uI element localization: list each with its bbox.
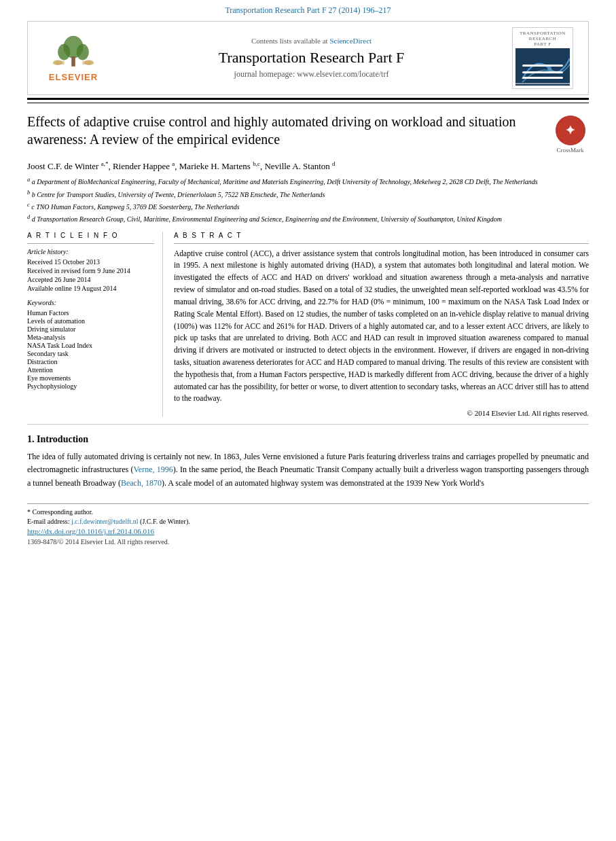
keywords-label: Keywords: [27,299,154,306]
elsevier-tree-svg [46,35,101,72]
elsevier-wordmark: ELSEVIER [49,72,98,82]
affil-d: d d Transportation Research Group, Civil… [27,213,589,224]
crossmark-container: ✦ CrossMark [551,115,589,154]
journal-homepage: journal homepage: www.elsevier.com/locat… [111,69,512,79]
svg-rect-6 [55,60,65,65]
journal-title: Transportation Research Part F [111,49,512,67]
svg-point-1 [58,43,70,60]
keyword-2: Levels of automation [27,317,154,325]
corresponding-note: * Corresponding author. [27,508,589,516]
abstract-divider [174,243,589,244]
article-info-label: A R T I C L E I N F O [27,232,154,239]
beach-link[interactable]: Beach, 1870 [121,478,162,488]
journal-ref[interactable]: Transportation Research Part F 27 (2014)… [225,5,391,15]
trf-logo-image [515,48,570,86]
keyword-9: Eye movements [27,374,154,382]
trf-logo-title: TRANSPORTATIONRESEARCHPART F [515,31,570,47]
elsevier-logo: ELSEVIER [36,35,111,82]
trf-logo-container: TRANSPORTATIONRESEARCHPART F [512,27,580,89]
received-date: Received 15 October 2013 [27,258,154,266]
svg-rect-7 [82,60,92,65]
issn: 1369-8478/© 2014 Elsevier Ltd. All right… [27,538,589,545]
keyword-10: Psychophysiology [27,382,154,390]
svg-rect-3 [71,56,75,67]
keyword-5: NASA Task Load Index [27,342,154,349]
affiliations: a a Department of BioMechanical Engineer… [27,176,589,224]
keyword-1: Human Factors [27,309,154,317]
abstract-text: Adaptive cruise control (ACC), a driver … [174,248,589,406]
keyword-4: Meta-analysis [27,334,154,341]
keyword-6: Secondary task [27,350,154,357]
introduction-section: 1. Introduction The idea of fully automa… [27,434,589,490]
crossmark-label: CrossMark [551,147,589,154]
keyword-7: Distraction [27,358,154,365]
available-date: Available online 19 August 2014 [27,285,154,292]
authors-line: Joost C.F. de Winter a,*, Riender Happee… [27,160,589,172]
affil-c: c c TNO Human Factors, Kampweg 5, 3769 D… [27,201,589,212]
section-divider [27,424,589,425]
accepted-date: Accepted 26 June 2014 [27,276,154,283]
affil-b: b b Centre for Transport Studies, Univer… [27,189,589,200]
crossmark-icon: ✦ [556,115,585,145]
copyright: © 2014 Elsevier Ltd. All rights reserved… [174,409,589,417]
intro-title: 1. Introduction [27,434,589,445]
abstract-label: A B S T R A C T [174,232,589,239]
journal-center-info: Contents lists available at ScienceDirec… [111,37,512,79]
svg-point-9 [547,67,551,71]
article-title-section: Effects of adaptive cruise control and h… [27,113,589,154]
thick-border [27,98,589,103]
article-body: Effects of adaptive cruise control and h… [27,103,589,545]
doi-link[interactable]: http://dx.doi.org/10.1016/j.trf.2014.06.… [27,527,589,535]
article-title: Effects of adaptive cruise control and h… [27,113,551,148]
sciencedirect-link[interactable]: ScienceDirect [329,37,372,45]
intro-paragraph: The idea of fully automated driving is c… [27,450,589,490]
keyword-3: Driving simulator [27,325,154,333]
history-label: Article history: [27,248,154,255]
journal-header: ELSEVIER Contents lists available at Sci… [27,21,589,95]
two-column-section: A R T I C L E I N F O Article history: R… [27,232,589,418]
article-info-column: A R T I C L E I N F O Article history: R… [27,232,163,418]
svg-rect-8 [515,48,570,86]
left-divider [27,243,154,244]
affil-a: a a Department of BioMechanical Engineer… [27,176,589,187]
email-link[interactable]: j.c.f.dewinter@tudelft.nl [71,518,139,525]
contents-available: Contents lists available at ScienceDirec… [111,37,512,45]
email-note: E-mail address: j.c.f.dewinter@tudelft.n… [27,518,589,525]
svg-point-2 [77,43,89,60]
verne-link[interactable]: Verne, 1996 [133,465,173,474]
authors-text: Joost C.F. de Winter a,*, Riender Happee… [27,161,336,171]
abstract-column: A B S T R A C T Adaptive cruise control … [174,232,589,418]
footer-section: * Corresponding author. E-mail address: … [27,503,589,545]
keyword-8: Attention [27,366,154,374]
top-bar: Transportation Research Part F 27 (2014)… [0,0,616,18]
received-revised-date: Received in revised form 9 June 2014 [27,267,154,274]
